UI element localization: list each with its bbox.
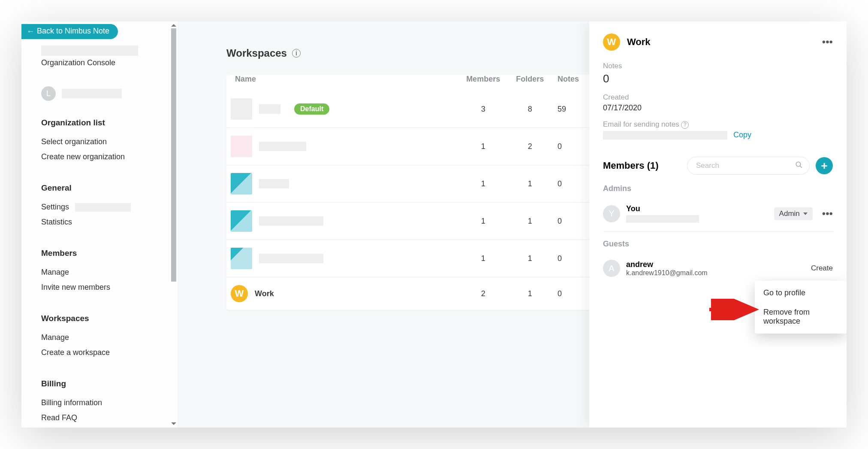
console-label: Organization Console: [41, 58, 178, 67]
sidebar-item-select-organization[interactable]: Select organization: [41, 134, 178, 149]
back-label: Back to Nimbus Note: [37, 27, 109, 36]
created-value: 07/17/2020: [603, 103, 833, 112]
sidebar-item-manage-workspaces[interactable]: Manage: [41, 330, 178, 345]
workspace-detail-panel: W Work ••• Notes 0 Created 07/17/2020 Em…: [589, 21, 847, 428]
member-row-admin: Y You Admin •••: [603, 200, 833, 227]
org-name-redacted: [41, 46, 138, 56]
workspace-name-redacted: [259, 254, 323, 263]
table-row[interactable]: 1 1 0: [226, 165, 600, 202]
scroll-thumb[interactable]: [171, 28, 176, 282]
role-select[interactable]: Admin: [774, 207, 813, 220]
menu-item-remove-from-workspace[interactable]: Remove from workspace: [755, 303, 847, 331]
workspace-name-redacted: [259, 104, 280, 114]
org-header: Organization Console: [41, 46, 178, 67]
table-row-work[interactable]: W Work 2 1 0: [226, 277, 600, 310]
copy-button[interactable]: Copy: [733, 130, 751, 140]
chevron-down-icon: [803, 212, 808, 215]
col-name[interactable]: Name: [226, 75, 460, 91]
sidebar-item-settings[interactable]: Settings: [41, 200, 178, 215]
workspace-logo-redacted: [231, 248, 252, 269]
guest-status: Create: [811, 264, 833, 273]
sidebar-heading-org-list: Organization list: [41, 118, 178, 127]
guests-label: Guests: [603, 240, 833, 249]
scroll-down-icon[interactable]: [171, 422, 176, 425]
divider: [603, 231, 833, 232]
member-email-redacted: [626, 215, 699, 223]
notes-label: Notes: [603, 62, 833, 70]
email-label: Email for sending notes ?: [603, 120, 833, 129]
created-label: Created: [603, 93, 833, 102]
annotation-arrow-icon: [709, 299, 761, 320]
workspace-logo-redacted: [231, 173, 252, 194]
workspace-logo-redacted: [231, 210, 252, 232]
workspace-logo-redacted: [231, 98, 252, 120]
sidebar-item-invite-members[interactable]: Invite new members: [41, 280, 178, 295]
sidebar-heading-billing: Billing: [41, 379, 178, 388]
workspace-name: Work: [255, 289, 274, 298]
member-row-guest: A andrew k.andrew1910@gmail.com Create: [603, 255, 833, 281]
search-icon: [795, 161, 803, 170]
scroll-up-icon[interactable]: [171, 24, 176, 27]
panel-workspace-icon: W: [603, 33, 620, 51]
col-folders[interactable]: Folders: [506, 75, 553, 91]
members-heading: Members (1): [603, 160, 659, 171]
sidebar-heading-general: General: [41, 183, 178, 193]
member-name: andrew: [626, 260, 708, 269]
help-icon[interactable]: ?: [681, 121, 689, 129]
member-name: You: [626, 204, 699, 213]
workspace-logo-redacted: [231, 136, 252, 157]
panel-title: Work: [627, 36, 651, 48]
sidebar-scrollbar[interactable]: [169, 21, 178, 428]
member-email: k.andrew1910@gmail.com: [626, 269, 708, 277]
default-badge: Default: [294, 103, 329, 115]
member-search-input[interactable]: [687, 157, 810, 175]
member-search[interactable]: [687, 157, 810, 175]
sidebar-heading-members: Members: [41, 249, 178, 258]
svg-point-0: [796, 162, 801, 167]
workspaces-table: Name Members Folders Notes Default 3: [226, 75, 600, 310]
cell-members: 3: [460, 91, 506, 127]
sidebar-item-billing-info[interactable]: Billing information: [41, 395, 178, 410]
sidebar-item-statistics[interactable]: Statistics: [41, 215, 178, 230]
add-member-button[interactable]: +: [816, 157, 833, 174]
table-row[interactable]: 1 1 0: [226, 240, 600, 277]
workspace-name-redacted: [259, 216, 323, 226]
table-row[interactable]: 1 2 0: [226, 127, 600, 165]
cell-folders: 8: [506, 91, 553, 127]
info-icon[interactable]: i: [292, 49, 301, 58]
col-members[interactable]: Members: [460, 75, 506, 91]
table-row[interactable]: 1 1 0: [226, 202, 600, 240]
sidebar-user-row[interactable]: L: [41, 86, 178, 101]
workspace-name-redacted: [259, 179, 289, 188]
member-avatar: Y: [603, 205, 620, 222]
svg-line-1: [800, 166, 802, 168]
user-name-redacted: [62, 89, 122, 98]
sidebar-heading-workspaces: Workspaces: [41, 314, 178, 323]
table-row[interactable]: Default 3 8 59: [226, 91, 600, 127]
member-context-menu: Go to profile Remove from workspace: [755, 281, 847, 334]
sidebar: Organization Console L Organization list…: [21, 21, 178, 428]
menu-item-go-to-profile[interactable]: Go to profile: [755, 283, 847, 303]
sidebar-item-read-faq[interactable]: Read FAQ: [41, 410, 178, 425]
admins-label: Admins: [603, 184, 833, 193]
member-avatar: A: [603, 260, 620, 277]
workspace-logo-work: W: [231, 285, 248, 302]
back-arrow-icon: ←: [27, 27, 34, 35]
sidebar-item-manage-members[interactable]: Manage: [41, 265, 178, 280]
email-redacted: [603, 131, 727, 140]
sidebar-item-create-workspace[interactable]: Create a workspace: [41, 345, 178, 360]
sidebar-item-create-organization[interactable]: Create new organization: [41, 149, 178, 164]
workspace-name-redacted: [259, 142, 306, 151]
notes-value: 0: [603, 72, 833, 85]
back-to-app-button[interactable]: ← Back to Nimbus Note: [21, 24, 118, 39]
user-avatar: L: [41, 86, 56, 101]
